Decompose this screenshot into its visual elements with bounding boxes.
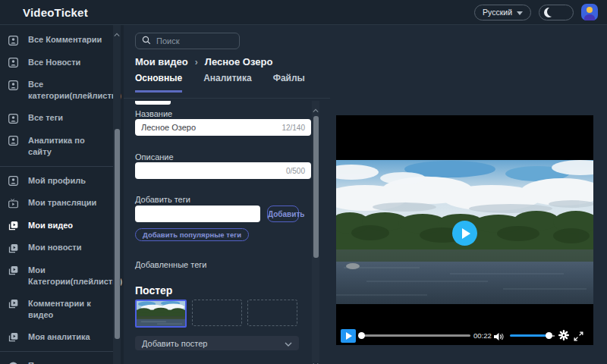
- title-label: Название: [135, 109, 172, 118]
- description-char-counter: 0/500: [286, 167, 305, 175]
- sidebar-item-my-categories[interactable]: Мои Категории(плейлисты): [0, 259, 124, 293]
- sidebar-item-my-analytics[interactable]: Моя аналитика: [0, 326, 124, 349]
- scroll-up-icon[interactable]: [114, 27, 120, 31]
- title-field-wrap: 12/140: [135, 119, 311, 136]
- poster-thumbnail-empty[interactable]: [192, 300, 242, 326]
- time-display: 00:22: [473, 331, 492, 340]
- video-library-icon: [8, 265, 19, 276]
- scrollbar-thumb[interactable]: [313, 116, 319, 258]
- language-label: Русский: [483, 8, 512, 17]
- add-tag-button[interactable]: Добавить: [267, 206, 299, 222]
- description-label: Описание: [135, 152, 174, 162]
- sidebar-item-my-streams[interactable]: Мои трансляции: [0, 192, 124, 215]
- breadcrumb-separator-icon: ›: [195, 57, 198, 67]
- tabs-divider: [124, 98, 330, 99]
- person-card-icon: [8, 135, 19, 146]
- scroll-up-icon[interactable]: [313, 102, 319, 107]
- settings-gear-icon[interactable]: [558, 330, 569, 344]
- play-icon: [462, 228, 470, 239]
- video-library-icon: [8, 220, 19, 231]
- person-card-icon: [8, 35, 19, 46]
- sidebar: Все Комментарии Все Новости Все категори…: [0, 25, 124, 364]
- progress-handle[interactable]: [358, 332, 365, 339]
- sidebar-divider: [0, 351, 113, 352]
- person-card-icon: [8, 175, 19, 187]
- play-icon: [346, 332, 352, 340]
- sidebar-item-all-tags[interactable]: Все теги: [0, 107, 124, 130]
- sidebar-divider: [0, 166, 113, 167]
- sidebar-item-all-comments[interactable]: Все Комментарии: [0, 29, 124, 52]
- form-scrollbar[interactable]: [312, 101, 319, 362]
- sidebar-item-my-news[interactable]: Мои новости: [0, 237, 124, 259]
- tags-label: Добавить теги: [135, 195, 190, 204]
- person-card-icon: [8, 113, 19, 124]
- avatar-body: [584, 14, 595, 20]
- search-box[interactable]: [135, 33, 240, 49]
- sidebar-item-help[interactable]: ? Помощь: [0, 355, 124, 364]
- breadcrumb-current: Лесное Озеро: [205, 56, 273, 67]
- main-content: Мои видео › Лесное Озеро Основные Аналит…: [124, 25, 607, 364]
- tab-general[interactable]: Основные: [135, 73, 182, 93]
- tab-analytics[interactable]: Аналитика: [203, 73, 252, 93]
- sidebar-item-site-analytics[interactable]: Аналитика по сайту: [0, 130, 124, 163]
- scroll-down-icon[interactable]: [114, 358, 120, 362]
- app-logo: VideoTicket: [23, 6, 88, 19]
- volume-icon[interactable]: [493, 331, 504, 344]
- add-popular-tags-button[interactable]: Добавить популярные теги: [135, 228, 249, 241]
- fullscreen-icon[interactable]: [574, 331, 583, 344]
- tab-bar: Основные Аналитика Файлы: [135, 73, 305, 93]
- add-poster-dropdown[interactable]: Добавить постер: [135, 336, 299, 350]
- tab-files[interactable]: Файлы: [273, 73, 305, 93]
- volume-bar[interactable]: [510, 334, 549, 337]
- scrollbar-thumb[interactable]: [115, 129, 120, 339]
- topbar-controls: Русский: [474, 4, 598, 20]
- avatar-head: [587, 7, 593, 13]
- sidebar-item-video-comments[interactable]: Комментарии к видео: [0, 293, 124, 326]
- volume-handle[interactable]: [546, 332, 552, 339]
- scroll-down-icon[interactable]: [313, 356, 319, 361]
- moon-icon: [544, 8, 554, 17]
- description-input[interactable]: [141, 166, 281, 175]
- person-card-icon: [8, 80, 19, 91]
- video-library-icon: [8, 298, 19, 309]
- description-field-wrap: 0/500: [135, 162, 311, 179]
- poster-image: [137, 301, 185, 326]
- video-player[interactable]: 00:22: [336, 115, 593, 345]
- app-root: VideoTicket Русский Все Комментарии: [0, 0, 607, 364]
- tags-field-wrap: [135, 206, 260, 222]
- poster-thumbnails: [135, 300, 297, 328]
- tv-icon: [8, 198, 19, 209]
- tags-input[interactable]: [141, 209, 254, 218]
- video-library-icon: [8, 243, 19, 254]
- search-icon: [142, 34, 151, 48]
- progress-bar[interactable]: [363, 334, 470, 337]
- poster-thumbnail-empty[interactable]: [247, 300, 297, 326]
- sidebar-item-all-news[interactable]: Все Новости: [0, 52, 124, 74]
- search-input[interactable]: [156, 36, 233, 46]
- title-char-counter: 12/140: [281, 124, 305, 132]
- breadcrumb: Мои видео › Лесное Озеро: [135, 56, 272, 67]
- poster-thumbnail-selected[interactable]: [135, 300, 187, 328]
- sidebar-item-all-categories[interactable]: Все категории(плейлисты): [0, 74, 124, 107]
- added-tags-label: Добавленные теги: [135, 260, 206, 269]
- play-overlay-button[interactable]: [452, 221, 477, 246]
- top-bar: VideoTicket Русский: [0, 0, 607, 25]
- person-card-icon: [8, 57, 19, 68]
- video-library-icon: [8, 331, 19, 343]
- add-poster-label: Добавить постер: [142, 339, 207, 348]
- question-circle-icon: ?: [8, 361, 19, 364]
- breadcrumb-parent[interactable]: Мои видео: [135, 56, 188, 67]
- language-dropdown[interactable]: Русский: [474, 5, 531, 20]
- sidebar-item-my-videos[interactable]: Мои видео: [0, 215, 124, 237]
- title-input[interactable]: [141, 123, 277, 132]
- user-avatar[interactable]: [581, 4, 598, 20]
- partially-scrolled-element: [135, 101, 171, 105]
- poster-heading: Постер: [135, 284, 172, 297]
- theme-toggle[interactable]: [539, 5, 574, 20]
- chevron-down-icon: [517, 8, 523, 17]
- chevron-down-icon: [285, 339, 292, 348]
- player-play-button[interactable]: [341, 329, 356, 343]
- sidebar-scrollbar[interactable]: [113, 25, 121, 364]
- sidebar-item-my-profile[interactable]: Мой профиль: [0, 170, 124, 193]
